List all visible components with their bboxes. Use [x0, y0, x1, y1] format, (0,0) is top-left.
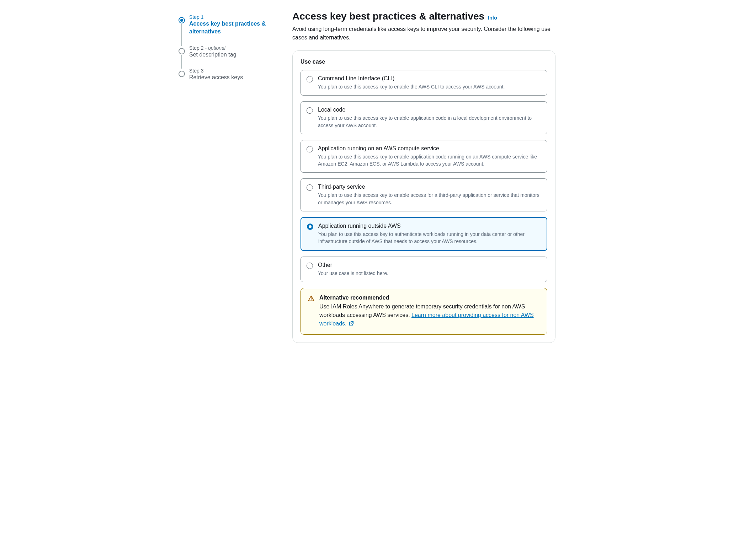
radio-icon — [307, 76, 313, 82]
option-aws-compute-title: Application running on an AWS compute se… — [318, 145, 541, 152]
option-cli[interactable]: Command Line Interface (CLI) You plan to… — [300, 70, 547, 96]
option-outside-aws-title: Application running outside AWS — [318, 223, 541, 229]
page-subtitle: Avoid using long-term credentials like a… — [292, 25, 555, 42]
option-other-title: Other — [318, 262, 388, 268]
option-third-party-title: Third-party service — [318, 184, 541, 190]
option-other[interactable]: Other Your use case is not listed here. — [300, 257, 547, 282]
step-2-title: Set description tag — [189, 51, 271, 59]
radio-icon — [307, 184, 313, 191]
step-1-title: Access key best practices & alternatives — [189, 20, 271, 36]
option-other-desc: Your use case is not listed here. — [318, 270, 388, 277]
step-1-label: Step 1 — [189, 14, 271, 20]
radio-selected-icon — [307, 224, 313, 230]
main-content: Access key best practices & alternatives… — [292, 11, 555, 343]
option-third-party[interactable]: Third-party service You plan to use this… — [300, 178, 547, 211]
option-aws-compute-desc: You plan to use this access key to enabl… — [318, 153, 541, 168]
alert-title: Alternative recommended — [319, 295, 540, 301]
radio-icon — [307, 107, 313, 114]
step-3[interactable]: Step 3 Retrieve access keys — [179, 68, 271, 91]
option-aws-compute[interactable]: Application running on an AWS compute se… — [300, 140, 547, 173]
option-cli-desc: You plan to use this access key to enabl… — [318, 83, 505, 90]
step-1[interactable]: Step 1 Access key best practices & alter… — [179, 14, 271, 45]
step-3-label: Step 3 — [189, 68, 271, 74]
step-marker-icon — [179, 71, 185, 77]
step-marker-icon — [179, 48, 185, 54]
step-3-title: Retrieve access keys — [189, 74, 271, 81]
option-cli-title: Command Line Interface (CLI) — [318, 75, 505, 82]
radio-icon — [307, 263, 313, 269]
option-local-code-desc: You plan to use this access key to enabl… — [318, 114, 541, 129]
step-2[interactable]: Step 2 - optional Set description tag — [179, 45, 271, 68]
step-2-optional: - optional — [205, 45, 225, 51]
radio-icon — [307, 146, 313, 152]
use-case-heading: Use case — [300, 59, 547, 65]
warning-icon — [308, 295, 314, 302]
option-outside-aws[interactable]: Application running outside AWS You plan… — [300, 217, 547, 251]
step-2-label: Step 2 - optional — [189, 45, 271, 51]
alternative-alert: Alternative recommended Use IAM Roles An… — [300, 288, 547, 335]
alert-body: Use IAM Roles Anywhere to generate tempo… — [319, 302, 540, 328]
page-title: Access key best practices & alternatives — [292, 11, 484, 22]
info-link[interactable]: Info — [488, 15, 497, 21]
option-third-party-desc: You plan to use this access key to enabl… — [318, 192, 541, 206]
step-marker-active-icon — [179, 17, 185, 23]
option-outside-aws-desc: You plan to use this access key to authe… — [318, 231, 541, 245]
svg-point-1 — [311, 300, 312, 300]
external-link-icon — [349, 321, 354, 326]
option-local-code-title: Local code — [318, 107, 541, 113]
wizard-steps: Step 1 Access key best practices & alter… — [179, 11, 271, 343]
option-local-code[interactable]: Local code You plan to use this access k… — [300, 101, 547, 134]
use-case-panel: Use case Command Line Interface (CLI) Yo… — [292, 50, 555, 343]
